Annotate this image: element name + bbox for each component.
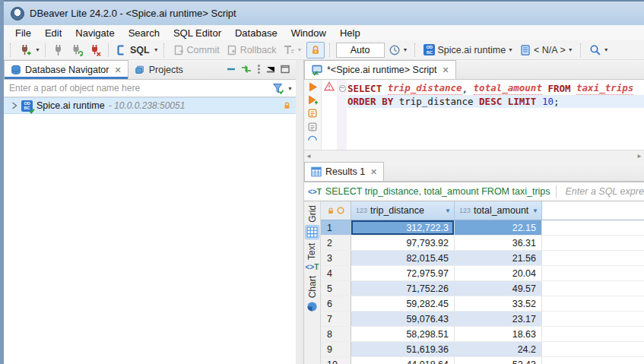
new-connection-dropdown[interactable]: ▼ — [35, 47, 40, 52]
row-number-cell[interactable]: 9 — [321, 342, 351, 356]
grid-cell[interactable]: 20.04 — [455, 266, 542, 280]
tab-grid[interactable]: Grid — [305, 205, 319, 239]
grid-row[interactable]: 571,752.2649.57 — [321, 281, 644, 296]
row-number-cell[interactable]: 5 — [321, 281, 351, 296]
row-number-cell[interactable]: 3 — [321, 251, 351, 265]
filter-dropdown[interactable]: ▼ — [287, 86, 293, 91]
menu-sql-editor[interactable]: SQL Editor — [167, 27, 228, 39]
minimize-panel-icon[interactable] — [266, 65, 275, 74]
grid-cell[interactable]: 22.15 — [455, 220, 542, 235]
transaction-log-button[interactable]: ▼ — [386, 42, 411, 59]
rollback-button[interactable]: Rollback — [224, 42, 279, 59]
disconnect-button[interactable] — [87, 42, 103, 59]
grid-cell[interactable]: 71,752.26 — [351, 281, 455, 296]
row-number-cell[interactable]: 6 — [321, 296, 351, 311]
sql-editor-button[interactable]: SQL — [113, 42, 152, 59]
menu-file[interactable]: File — [8, 27, 38, 39]
search-dropdown[interactable]: ▼ — [604, 47, 609, 52]
grid-cell[interactable]: 51,619.36 — [351, 342, 455, 356]
autocommit-lock-button[interactable] — [306, 42, 325, 59]
warning-icon[interactable] — [324, 81, 335, 91]
sql-line-2-current[interactable]: ORDER BY trip_distance DESC LIMIT 10 ; — [347, 95, 644, 108]
grid-cell[interactable]: 24.2 — [455, 342, 542, 356]
grid-cell[interactable]: 72,975.97 — [351, 266, 455, 280]
grid-cell[interactable]: 36.31 — [455, 236, 542, 250]
column-header-trip-distance[interactable]: 123 trip_distance ▼ — [351, 201, 455, 220]
grid-row[interactable]: 951,619.3624.2 — [321, 342, 644, 357]
row-number-cell[interactable]: 7 — [321, 312, 351, 326]
tab-projects[interactable]: Projects — [128, 60, 189, 79]
sql-editor-dropdown[interactable]: ▼ — [154, 47, 159, 52]
editor-horizontal-scrollbar[interactable]: ◄ ► — [304, 150, 644, 162]
grid-row[interactable]: 472,975.9720.04 — [321, 266, 644, 281]
grid-cell[interactable]: 18.63 — [455, 327, 542, 341]
link-editor-icon[interactable] — [241, 65, 252, 74]
close-icon[interactable]: ✕ — [114, 65, 121, 75]
connection-selector[interactable]: ODBC Spice.ai runtime ▼ — [421, 42, 516, 59]
connect-button[interactable] — [50, 42, 67, 59]
grid-cell[interactable]: 33.52 — [455, 296, 542, 311]
grid-cell[interactable]: 44,018.64 — [351, 357, 455, 364]
view-menu-icon[interactable] — [257, 64, 261, 74]
tree-item-connection[interactable]: ODBC Spice.ai runtime - 10.0.0.238:50051 — [4, 97, 296, 114]
explain-plan-icon[interactable] — [307, 122, 318, 132]
grid-cell[interactable]: 59,282.45 — [351, 296, 455, 311]
transaction-mode-button[interactable]: ▼ — [281, 42, 305, 59]
schema-selector[interactable]: < N/A > ▼ — [517, 42, 576, 59]
maximize-panel-icon[interactable] — [281, 65, 290, 74]
grid-cell[interactable]: 52.43 — [455, 357, 542, 364]
grid-cell[interactable]: 49.57 — [455, 281, 542, 296]
grid-cell[interactable]: 21.56 — [455, 251, 542, 265]
sort-desc-icon[interactable]: ▼ — [445, 207, 451, 214]
grid-row[interactable]: 382,015.4521.56 — [321, 251, 644, 266]
menu-window[interactable]: Window — [284, 27, 333, 39]
menu-help[interactable]: Help — [333, 27, 367, 39]
grid-row[interactable]: 1312,722.322.15 — [321, 220, 644, 236]
grid-row[interactable]: 1044,018.6452.43 — [321, 357, 644, 364]
grid-row[interactable]: 297,793.9236.31 — [321, 236, 644, 251]
grid-corner-cell[interactable] — [321, 201, 351, 220]
close-icon[interactable]: ✕ — [370, 167, 377, 177]
grid-cell[interactable]: 23.17 — [455, 312, 542, 326]
collapse-all-icon[interactable] — [227, 65, 236, 74]
row-number-cell[interactable]: 1 — [321, 220, 351, 235]
connection-selector-dropdown[interactable]: ▼ — [508, 47, 513, 52]
menu-navigate[interactable]: Navigate — [68, 27, 121, 39]
more-tools-icon[interactable] — [307, 135, 318, 141]
chevron-right-icon[interactable] — [11, 102, 17, 109]
execute-script-icon[interactable] — [307, 108, 318, 119]
sql-code[interactable]: – SELECT trip_distance , total_amount FR… — [337, 80, 644, 150]
grid-cell[interactable]: 59,076.43 — [351, 312, 455, 326]
menu-edit[interactable]: Edit — [38, 27, 68, 39]
panel-splitter[interactable] — [296, 60, 303, 364]
grid-cell[interactable]: 58,298.51 — [351, 327, 455, 341]
grid-cell[interactable]: 97,793.92 — [351, 236, 455, 250]
grid-row[interactable]: 659,282.4533.52 — [321, 296, 644, 312]
new-connection-button[interactable] — [17, 42, 33, 59]
row-number-cell[interactable]: 4 — [321, 266, 351, 280]
tab-results-1[interactable]: Results 1 ✕ — [304, 162, 384, 181]
sort-desc-icon[interactable]: ▼ — [532, 207, 538, 214]
commit-mode-select[interactable]: Auto — [336, 43, 385, 58]
menu-search[interactable]: Search — [122, 27, 167, 39]
commit-button[interactable]: Commit — [170, 42, 222, 59]
menu-database[interactable]: Database — [228, 27, 284, 39]
object-filter-input[interactable] — [9, 83, 269, 93]
tab-chart[interactable]: Chart — [306, 276, 319, 313]
sql-editor-body[interactable]: – SELECT trip_distance , total_amount FR… — [304, 80, 644, 150]
transaction-dropdown[interactable]: ▼ — [297, 47, 303, 52]
execute-new-tab-icon[interactable] — [307, 95, 319, 105]
filter-funnel-icon[interactable] — [272, 83, 284, 94]
results-query-text[interactable]: SELECT trip_distance, total_amount FROM … — [325, 186, 550, 197]
scroll-left-icon[interactable]: ◄ — [306, 153, 312, 160]
close-icon[interactable]: ✕ — [443, 65, 449, 75]
grid-row[interactable]: 759,076.4323.17 — [321, 312, 644, 327]
results-filter-input[interactable] — [566, 186, 644, 197]
grid-cell[interactable]: 312,722.3 — [351, 220, 455, 235]
schema-selector-dropdown[interactable]: ▼ — [568, 47, 573, 52]
reconnect-button[interactable] — [68, 42, 85, 59]
row-number-cell[interactable]: 10 — [321, 357, 351, 364]
sql-line-1[interactable]: – SELECT trip_distance , total_amount FR… — [337, 81, 644, 95]
tab-database-navigator[interactable]: Database Navigator ✕ — [4, 60, 128, 79]
execute-statement-icon[interactable] — [308, 82, 318, 92]
